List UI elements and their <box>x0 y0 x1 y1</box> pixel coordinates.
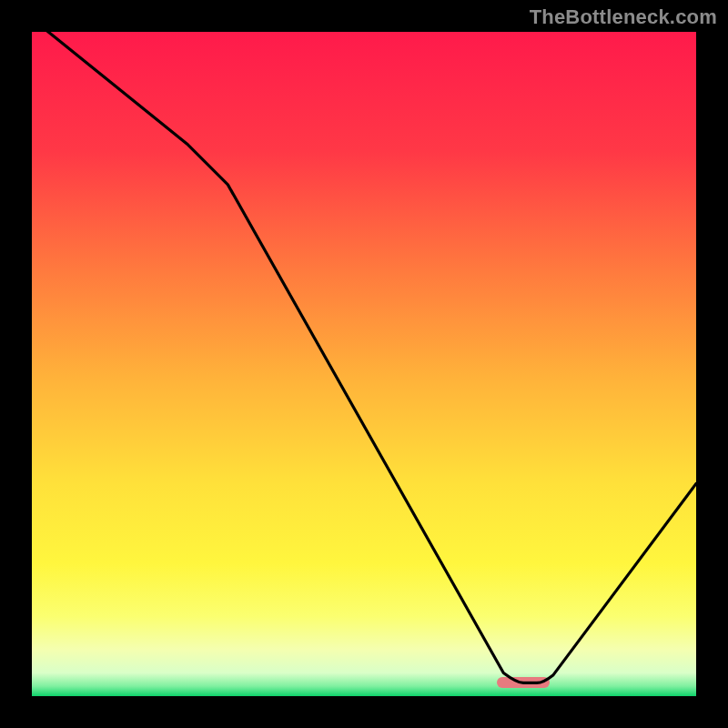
bottleneck-curve <box>32 32 696 696</box>
watermark-text: TheBottleneck.com <box>530 5 717 29</box>
outer-frame: TheBottleneck.com <box>0 0 728 728</box>
plot-area <box>32 32 696 696</box>
